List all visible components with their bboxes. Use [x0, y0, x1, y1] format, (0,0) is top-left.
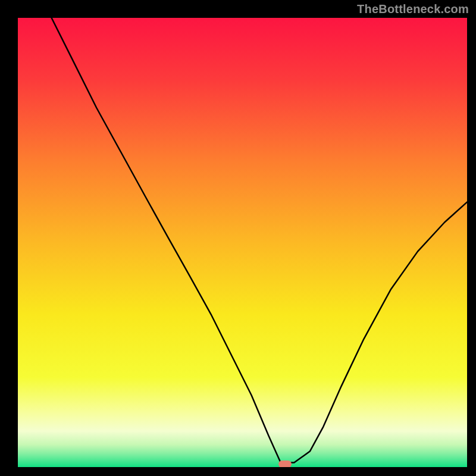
curve-path: [52, 18, 467, 463]
bottleneck-curve: [18, 18, 467, 467]
watermark-text: TheBottleneck.com: [357, 2, 469, 16]
plot-area: [18, 18, 467, 467]
chart-frame: TheBottleneck.com: [0, 0, 476, 476]
optimum-marker: [278, 461, 292, 467]
